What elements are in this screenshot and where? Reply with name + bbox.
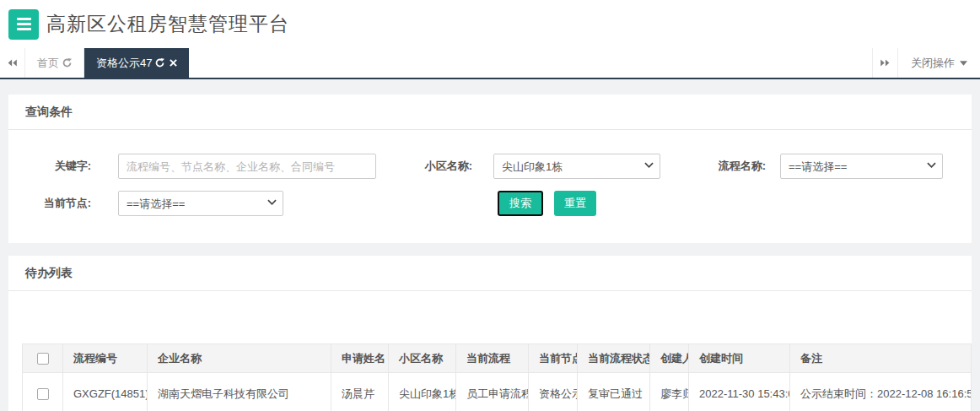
todo-list-panel: 待办列表 流程编号 企业名称 申请姓名 小区名称 当前流程 当前: [8, 256, 972, 411]
tab-bar: 首页 资格公示47 关闭操作: [0, 48, 980, 79]
app-header: 高新区公租房智慧管理平台: [0, 0, 980, 48]
tab-qualification-publicity-label: 资格公示47: [96, 56, 152, 71]
col-applicant: 申请姓名: [331, 344, 389, 373]
current-node-label: 当前节点:: [8, 191, 91, 216]
process-select[interactable]: ==请选择==: [780, 154, 943, 179]
cell-remark: 公示结束时间：2022-12-08 16:16:58: [790, 373, 972, 411]
row-checkbox[interactable]: [37, 388, 49, 400]
col-community: 小区名称: [389, 344, 456, 373]
query-conditions-panel: 查询条件 关键字: 小区名称: 尖山印象1栋 流程名称:: [8, 95, 972, 243]
close-tab-icon[interactable]: [170, 59, 177, 67]
close-operations-dropdown[interactable]: 关闭操作: [897, 48, 980, 78]
cell-company: 湖南天熠电子科技有限公司: [148, 373, 331, 411]
query-form: 关键字: 小区名称: 尖山印象1栋 流程名称:: [8, 130, 972, 243]
table-row[interactable]: GXGZF(14851) 湖南天熠电子科技有限公司 汤晨芹 尖山印象1栋 员工申…: [23, 373, 972, 411]
cell-process-no: GXGZF(14851): [63, 373, 148, 411]
double-chevron-right-icon: [880, 58, 891, 68]
current-node-select[interactable]: ==请选择==: [118, 191, 283, 216]
col-flow-status: 当前流程状态: [578, 344, 650, 373]
search-button[interactable]: 搜索: [498, 191, 543, 216]
refresh-icon[interactable]: [155, 58, 164, 68]
col-creator: 创建人: [650, 344, 689, 373]
tab-home[interactable]: 首页: [25, 48, 84, 78]
todo-panel-title: 待办列表: [8, 256, 972, 291]
col-company: 企业名称: [148, 344, 331, 373]
tab-qualification-publicity[interactable]: 资格公示47: [84, 48, 189, 78]
todo-table-container: 流程编号 企业名称 申请姓名 小区名称 当前流程 当前节点 当前流程状态 创建人…: [8, 291, 972, 411]
hamburger-menu-button[interactable]: [8, 9, 39, 40]
cell-community: 尖山印象1栋: [389, 373, 456, 411]
community-name-label: 小区名称:: [390, 154, 472, 179]
keyword-label: 关键字:: [8, 154, 91, 179]
scroll-tabs-right-button[interactable]: [872, 48, 897, 78]
cell-creator: 廖李归: [650, 373, 689, 411]
main-content: 查询条件 关键字: 小区名称: 尖山印象1栋 流程名称:: [0, 79, 980, 411]
cell-current-flow: 员工申请流程: [456, 373, 529, 411]
cell-created-at: 2022-11-30 15:43:07: [689, 373, 790, 411]
cell-current-node: 资格公示: [529, 373, 578, 411]
scroll-tabs-left-button[interactable]: [0, 48, 25, 78]
community-select[interactable]: 尖山印象1栋: [493, 154, 660, 179]
col-created-at: 创建时间: [689, 344, 790, 373]
col-current-node: 当前节点: [529, 344, 578, 373]
double-chevron-left-icon: [7, 58, 18, 68]
process-name-label: 流程名称:: [683, 154, 766, 179]
page-title: 高新区公租房智慧管理平台: [46, 11, 289, 37]
refresh-icon[interactable]: [62, 58, 72, 68]
keyword-input[interactable]: [118, 154, 376, 179]
col-remark: 备注: [790, 344, 972, 373]
close-operations-label: 关闭操作: [911, 56, 955, 71]
col-current-flow: 当前流程: [456, 344, 529, 373]
tabbar-spacer: [189, 48, 872, 78]
todo-table: 流程编号 企业名称 申请姓名 小区名称 当前流程 当前节点 当前流程状态 创建人…: [22, 343, 972, 411]
col-process-no: 流程编号: [63, 344, 148, 373]
cell-applicant: 汤晨芹: [331, 373, 389, 411]
reset-button[interactable]: 重置: [554, 191, 596, 216]
tab-home-label: 首页: [37, 56, 59, 71]
cell-flow-status: 复审已通过: [578, 373, 650, 411]
table-header-row: 流程编号 企业名称 申请姓名 小区名称 当前流程 当前节点 当前流程状态 创建人…: [23, 344, 972, 373]
query-panel-title: 查询条件: [8, 95, 972, 130]
select-all-checkbox[interactable]: [37, 353, 49, 365]
caret-down-icon: [960, 61, 967, 66]
